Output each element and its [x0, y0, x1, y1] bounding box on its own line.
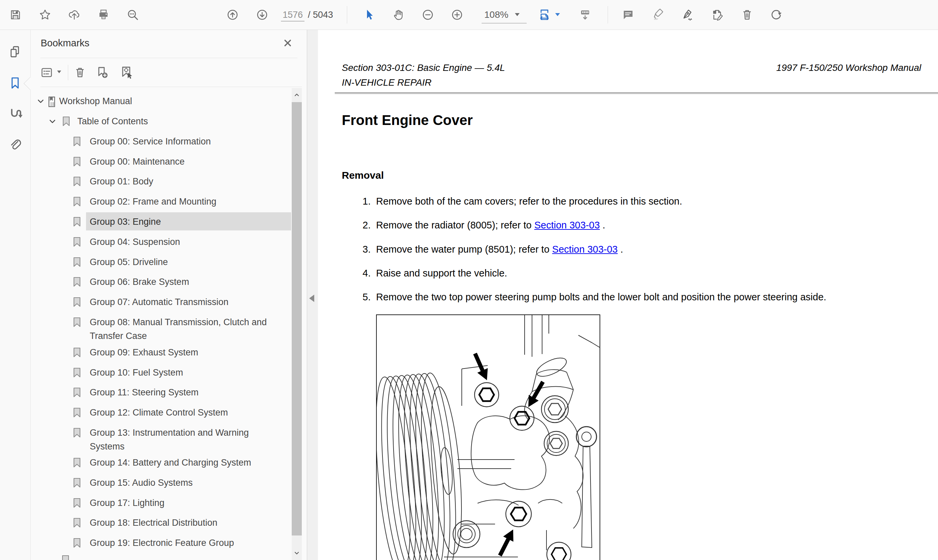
- bookmark-label: Group 13: Instrumentation and Warning Sy…: [90, 426, 276, 454]
- edit-document-button[interactable]: [708, 5, 727, 24]
- search-button[interactable]: [123, 5, 142, 24]
- bookmark-item-table-of-contents[interactable]: Table of Contents: [30, 115, 292, 128]
- list-number: 2.: [354, 219, 371, 231]
- close-icon: [283, 38, 293, 48]
- pages-icon: [8, 45, 23, 60]
- bookmarks-panel-button[interactable]: [8, 76, 23, 91]
- bookmark-label: Group 11: Steering System: [90, 386, 199, 399]
- fit-dropdown-caret[interactable]: [555, 13, 560, 16]
- rotate-icon: [769, 8, 783, 22]
- star-button[interactable]: [35, 5, 54, 24]
- locate-bookmark-button[interactable]: [118, 65, 134, 81]
- delete-bookmark-button[interactable]: [72, 65, 88, 81]
- bookmark-item[interactable]: Group 00: Service Information: [30, 135, 292, 148]
- bookmark-label: Group 06: Brake System: [90, 275, 189, 289]
- bookmark-icon: [73, 136, 81, 146]
- bookmark-item[interactable]: Group 14: Battery and Charging System: [30, 456, 292, 469]
- bookmark-icon: [73, 457, 81, 468]
- bookmark-item-workshop-manual[interactable]: Workshop Manual: [30, 94, 292, 108]
- share-button[interactable]: [65, 5, 84, 24]
- next-page-button[interactable]: [253, 5, 271, 24]
- bookmark-item[interactable]: Group 12: Climate Control System: [30, 406, 292, 419]
- print-button[interactable]: [94, 5, 113, 24]
- section-link[interactable]: Section 303-03: [534, 220, 600, 231]
- page-thumbnails-button[interactable]: [8, 45, 23, 60]
- bookmark-item[interactable]: Group 15: Audio Systems: [30, 476, 292, 489]
- fit-width-button[interactable]: [535, 5, 554, 24]
- bookmark-item[interactable]: Group 08: Manual Transmission, Clutch an…: [30, 315, 292, 343]
- bookmark-icon: [73, 317, 81, 327]
- bookmark-item[interactable]: Group 10: Fuel System: [30, 366, 292, 379]
- bookmark-icon: [73, 297, 81, 307]
- bookmark-item[interactable]: Group 13: Instrumentation and Warning Sy…: [30, 426, 292, 454]
- zoom-in-button[interactable]: [448, 5, 467, 24]
- bookmark-item[interactable]: Group 01: Body: [30, 175, 292, 188]
- bookmark-item[interactable]: Group 04: Suspension: [30, 235, 292, 249]
- hand-tool-button[interactable]: [389, 5, 408, 24]
- print-icon: [97, 8, 110, 22]
- bookmark-item-selected[interactable]: Group 03: Engine: [30, 215, 292, 228]
- bookmark-icon: [73, 257, 81, 267]
- page-list-icon: [46, 96, 57, 108]
- options-caret[interactable]: [57, 71, 61, 73]
- bookmark-item[interactable]: Group 06: Brake System: [30, 275, 292, 289]
- close-panel-button[interactable]: [282, 37, 294, 49]
- previous-page-button[interactable]: [223, 5, 242, 24]
- select-tool-button[interactable]: [360, 5, 379, 24]
- options-menu-icon: [40, 66, 54, 80]
- scrollbar-track[interactable]: [292, 535, 302, 546]
- collapse-panel-handle[interactable]: [309, 295, 314, 302]
- bookmark-item[interactable]: Group 02: Frame and Mounting: [30, 195, 292, 208]
- save-icon: [9, 8, 22, 22]
- bookmark-label: Group 04: Suspension: [90, 235, 180, 249]
- engine-diagram-drawing: [377, 315, 599, 560]
- scrollbar-up-button[interactable]: [292, 88, 302, 102]
- star-icon: [39, 8, 52, 22]
- save-button[interactable]: [6, 5, 25, 24]
- bookmark-options-button[interactable]: [39, 65, 55, 81]
- bookmark-label: Group 19: Electronic Feature Group: [90, 536, 234, 549]
- bolt-arrows: [470, 351, 548, 558]
- zoom-dropdown-caret[interactable]: [515, 13, 519, 16]
- locate-bookmark-icon: [119, 66, 133, 80]
- chevron-down-icon[interactable]: [48, 118, 57, 126]
- header-rule: [335, 92, 938, 93]
- bookmark-label: Group 00: Maintenance: [90, 155, 185, 168]
- bookmark-item[interactable]: Group 09: Exhaust System: [30, 346, 292, 359]
- bookmark-item[interactable]: Group 18: Electrical Distribution: [30, 516, 292, 529]
- bookmark-item[interactable]: Group 11: Steering System: [30, 386, 292, 399]
- bookmark-item[interactable]: Group 07: Automatic Transmission: [30, 295, 292, 309]
- bookmark-item-partial[interactable]: [30, 553, 292, 560]
- bookmark-item[interactable]: Group 17: Lighting: [30, 496, 292, 509]
- bookmark-item[interactable]: Group 19: Electronic Feature Group: [30, 536, 292, 549]
- main-toolbar: / 5043 108%: [0, 0, 938, 30]
- scrollbar-thumb[interactable]: [292, 102, 302, 535]
- comment-icon: [621, 8, 635, 22]
- attachments-panel-button[interactable]: [8, 138, 23, 152]
- delete-button[interactable]: [738, 5, 756, 24]
- bookmark-label: Group 14: Battery and Charging System: [90, 456, 251, 469]
- highlight-button[interactable]: [648, 5, 667, 24]
- bookmark-icon: [73, 157, 81, 167]
- bookmark-icon: [73, 197, 81, 206]
- bookmark-item[interactable]: Group 00: Maintenance: [30, 155, 292, 168]
- comment-button[interactable]: [619, 5, 638, 24]
- bookmark-item[interactable]: Group 05: Driveline: [30, 255, 292, 269]
- section-link[interactable]: Section 303-03: [552, 244, 618, 255]
- signatures-panel-button[interactable]: [8, 107, 23, 122]
- page-total-label: / 5043: [308, 9, 333, 20]
- sign-button[interactable]: [678, 5, 697, 24]
- zoom-level-value[interactable]: 108%: [484, 9, 508, 20]
- engine-diagram-figure: [376, 314, 600, 560]
- bookmark-label: Group 00: Service Information: [90, 135, 211, 148]
- rotate-button[interactable]: [767, 5, 786, 24]
- zoom-out-button[interactable]: [419, 5, 437, 24]
- signatures-icon: [8, 107, 23, 122]
- page-number-input[interactable]: [281, 9, 305, 22]
- scroll-mode-button[interactable]: [576, 5, 595, 24]
- chevron-down-icon[interactable]: [37, 97, 45, 106]
- scrollbar-down-button[interactable]: [292, 546, 302, 560]
- add-bookmark-button[interactable]: [94, 65, 110, 81]
- bookmark-icon: [73, 217, 81, 227]
- list-item-5: 5. Remove the two top power steering pum…: [354, 291, 826, 303]
